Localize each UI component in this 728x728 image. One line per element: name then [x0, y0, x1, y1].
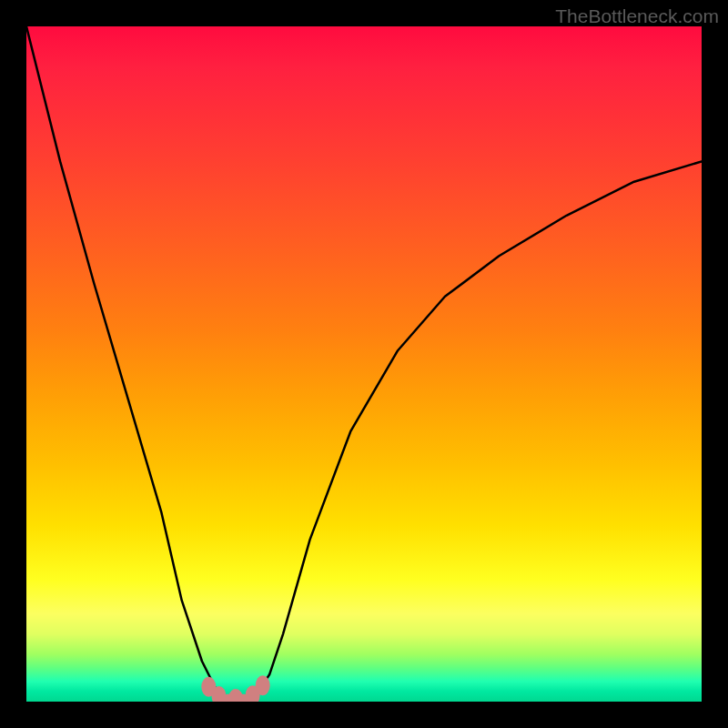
bottleneck-curve-line: [26, 26, 702, 702]
chart-svg: [26, 26, 702, 702]
curve-minimum-markers: [201, 675, 269, 702]
watermark-text: TheBottleneck.com: [555, 5, 719, 27]
chart-plot-area: [26, 26, 702, 702]
svg-rect-5: [222, 694, 249, 702]
svg-point-4: [256, 675, 270, 695]
